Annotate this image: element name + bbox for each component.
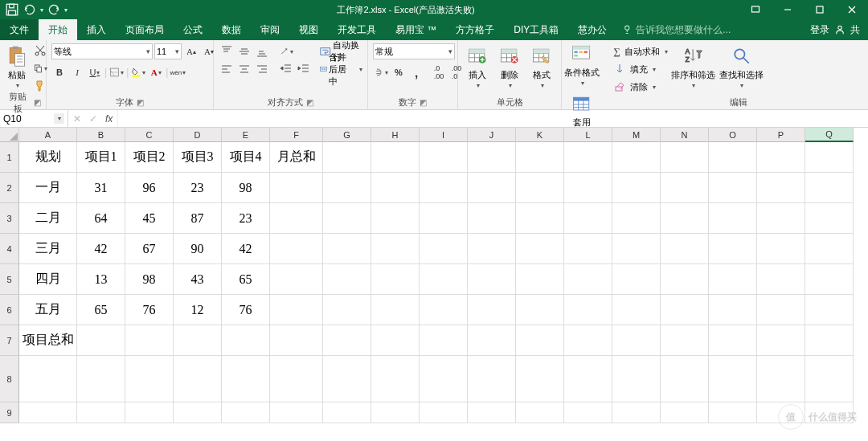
- align-bottom-button[interactable]: [254, 43, 270, 59]
- column-header[interactable]: E: [222, 128, 270, 142]
- cell[interactable]: [371, 234, 420, 264]
- cell[interactable]: [222, 356, 270, 402]
- cell[interactable]: [612, 402, 661, 423]
- cell[interactable]: [420, 203, 468, 234]
- cell[interactable]: [371, 325, 420, 356]
- column-header[interactable]: G: [323, 128, 371, 142]
- cell[interactable]: [323, 402, 371, 423]
- cell[interactable]: [468, 402, 516, 423]
- cell[interactable]: [420, 325, 468, 356]
- cell[interactable]: [709, 264, 757, 295]
- cell[interactable]: [19, 402, 77, 423]
- cell[interactable]: [420, 173, 468, 203]
- cell[interactable]: 76: [125, 295, 174, 325]
- cell[interactable]: [612, 356, 661, 402]
- enter-formula-icon[interactable]: ✓: [89, 113, 97, 125]
- cell[interactable]: [661, 203, 709, 234]
- cell[interactable]: [612, 234, 661, 264]
- number-format-combo[interactable]: 常规▾: [373, 43, 455, 59]
- format-painter-button[interactable]: [32, 78, 48, 94]
- cell[interactable]: [757, 203, 805, 234]
- row-header[interactable]: 4: [0, 234, 19, 264]
- cell[interactable]: [174, 402, 222, 423]
- cell[interactable]: [564, 142, 612, 173]
- cell[interactable]: [222, 402, 270, 423]
- ribbon-options-icon[interactable]: [739, 0, 772, 19]
- column-header[interactable]: P: [757, 128, 805, 142]
- orientation-button[interactable]: ▾: [278, 43, 294, 59]
- cancel-formula-icon[interactable]: ✕: [73, 113, 81, 125]
- cell[interactable]: [564, 295, 612, 325]
- column-header[interactable]: L: [564, 128, 612, 142]
- autosum-button[interactable]: ∑自动求和▾: [613, 43, 668, 60]
- cell[interactable]: [323, 295, 371, 325]
- clipboard-dialog-icon[interactable]: ◩: [34, 98, 41, 107]
- cell[interactable]: 67: [125, 234, 174, 264]
- tab-方方格子[interactable]: 方方格子: [446, 19, 504, 40]
- cell[interactable]: [468, 203, 516, 234]
- number-dialog-icon[interactable]: ◩: [420, 98, 427, 107]
- cell[interactable]: 65: [77, 295, 125, 325]
- bold-button[interactable]: B: [51, 64, 68, 80]
- column-header[interactable]: I: [420, 128, 468, 142]
- cell[interactable]: [612, 295, 661, 325]
- cell[interactable]: [757, 234, 805, 264]
- cell[interactable]: 13: [77, 264, 125, 295]
- font-size-combo[interactable]: 11▾: [154, 43, 182, 59]
- cell[interactable]: [612, 142, 661, 173]
- increase-font-button[interactable]: A▴: [183, 43, 199, 59]
- cell[interactable]: 45: [125, 203, 174, 234]
- column-header[interactable]: K: [516, 128, 564, 142]
- tab-页面布局[interactable]: 页面布局: [116, 19, 174, 40]
- cell[interactable]: [468, 264, 516, 295]
- row-header[interactable]: 1: [0, 142, 19, 173]
- cell[interactable]: 42: [222, 234, 270, 264]
- cell[interactable]: [805, 356, 854, 402]
- name-box[interactable]: Q10▾: [0, 110, 68, 127]
- column-header[interactable]: D: [174, 128, 222, 142]
- cell[interactable]: [612, 203, 661, 234]
- redo-icon[interactable]: [47, 2, 61, 17]
- cell[interactable]: [270, 173, 323, 203]
- cell[interactable]: [420, 234, 468, 264]
- cell[interactable]: [516, 264, 564, 295]
- cell[interactable]: [709, 142, 757, 173]
- maximize-button[interactable]: [804, 0, 836, 19]
- font-name-combo[interactable]: 等线▾: [51, 43, 153, 59]
- cell[interactable]: 三月: [19, 234, 77, 264]
- cell[interactable]: [805, 234, 854, 264]
- cell[interactable]: [709, 234, 757, 264]
- cell[interactable]: [468, 234, 516, 264]
- cell[interactable]: [805, 295, 854, 325]
- cell[interactable]: [661, 402, 709, 423]
- cell[interactable]: [468, 325, 516, 356]
- tab-file[interactable]: 文件: [0, 19, 39, 40]
- format-cells-button[interactable]: 格式▾: [527, 43, 556, 94]
- row-header[interactable]: 7: [0, 325, 19, 356]
- save-icon[interactable]: [5, 2, 19, 17]
- cell[interactable]: [612, 325, 661, 356]
- cell[interactable]: [371, 203, 420, 234]
- login-button[interactable]: 登录 共: [802, 19, 868, 40]
- cell[interactable]: 23: [174, 173, 222, 203]
- cell[interactable]: [323, 264, 371, 295]
- cell[interactable]: [125, 325, 174, 356]
- cell[interactable]: [77, 325, 125, 356]
- tell-me-input[interactable]: 告诉我您想要做什么...: [616, 19, 737, 40]
- row-header[interactable]: 5: [0, 264, 19, 295]
- cell[interactable]: [468, 173, 516, 203]
- cell[interactable]: [270, 264, 323, 295]
- column-header[interactable]: B: [77, 128, 125, 142]
- column-header[interactable]: O: [709, 128, 757, 142]
- cell[interactable]: [709, 203, 757, 234]
- row-header[interactable]: 2: [0, 173, 19, 203]
- cell[interactable]: [564, 203, 612, 234]
- cell[interactable]: 12: [174, 295, 222, 325]
- align-left-button[interactable]: [219, 61, 235, 77]
- cell[interactable]: [709, 356, 757, 402]
- tab-公式[interactable]: 公式: [174, 19, 212, 40]
- cell[interactable]: 31: [77, 173, 125, 203]
- cell[interactable]: [323, 356, 371, 402]
- cell[interactable]: [516, 402, 564, 423]
- name-box-dropdown-icon[interactable]: ▾: [54, 113, 64, 124]
